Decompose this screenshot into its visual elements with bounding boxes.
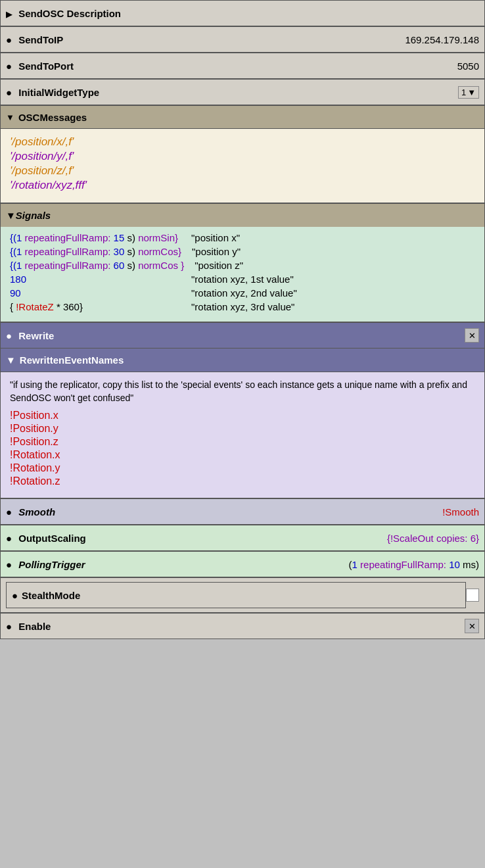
oscmessages-header: ▼ OSCMessages — [0, 105, 485, 129]
triangle-down-icon: ▼ — [6, 112, 14, 122]
sendosc-description-row: ▶ SendOSC Description — [0, 0, 485, 26]
signal-row-5: { !RotateZ * 360} "rotation xyz, 3rd val… — [10, 301, 475, 312]
signal-left-4: 90 — [10, 287, 181, 299]
signal-right-1: "position y" — [192, 246, 241, 257]
osc-msg-1-text: '/position/y/,f' — [10, 150, 74, 162]
smooth-row: ● Smooth !Smooth — [0, 498, 485, 525]
signal-row-0: {(1 repeatingFullRamp: 15 s) normSin} "p… — [10, 232, 475, 243]
signals-header: ▼ Signals — [0, 203, 485, 227]
signal-right-0: "position x" — [191, 232, 240, 243]
triangle-right-icon: ▶ — [6, 10, 12, 19]
rewritten-triangle-icon: ▼ — [6, 354, 16, 366]
dropdown-arrow-icon: ▼ — [467, 87, 476, 97]
signals-title: Signals — [16, 210, 51, 221]
oscmessages-title: OSCMessages — [18, 112, 87, 123]
signal-left-3: 180 — [10, 274, 181, 285]
signals-body: {(1 repeatingFullRamp: 15 s) normSin} "p… — [0, 227, 485, 322]
rewritten-name-5: !Rotation.z — [10, 475, 475, 487]
osc-msg-2-text: '/position/z/,f' — [10, 164, 74, 177]
initialwidgettype-label: ● InitialWidgetType — [6, 87, 458, 98]
initialwidgettype-row: ● InitialWidgetType 1 ▼ — [0, 79, 485, 105]
signals-triangle-icon: ▼ — [6, 210, 16, 221]
osc-msg-2: '/position/z/,f' — [10, 164, 475, 178]
sendtoip-row: ● SendToIP 169.254.179.148 — [0, 26, 485, 53]
rewritten-eventnames-header: ▼ RewrittenEventNames — [0, 349, 485, 372]
osc-msg-0: '/position/x/,f' — [10, 135, 475, 149]
initialwidgettype-dropdown[interactable]: 1 ▼ — [458, 86, 479, 99]
signal-row-3: 180 "rotation xyz, 1st value" — [10, 274, 475, 285]
rewritten-name-1: !Position.y — [10, 423, 475, 435]
signal-right-5: "rotation xyz, 3rd value" — [191, 301, 294, 312]
pollingtrigger-value[interactable]: (1 repeatingFullRamp: 10 ms) — [349, 559, 479, 570]
rewritten-eventnames-title: RewrittenEventNames — [20, 354, 124, 366]
pollingtrigger-row: ● PollingTrigger (1 repeatingFullRamp: 1… — [0, 551, 485, 577]
pollingtrigger-label: ● PollingTrigger — [6, 559, 349, 570]
osc-msg-0-text: '/position/x/,f' — [10, 135, 74, 148]
signal-left-1: {(1 repeatingFullRamp: 30 s) normCos} — [10, 246, 181, 257]
rewrite-close-button[interactable]: ✕ — [465, 328, 479, 343]
rewritten-name-4: !Rotation.y — [10, 462, 475, 474]
signal-right-3: "rotation xyz, 1st value" — [191, 274, 294, 285]
enable-label: ● Enable — [6, 621, 465, 632]
oscmessages-body: '/position/x/,f' '/position/y/,f' '/posi… — [0, 129, 485, 203]
rewritten-eventnames-body: "if using the replicator, copy this list… — [0, 372, 485, 498]
enable-close-button[interactable]: ✕ — [465, 619, 479, 633]
sendtoport-value[interactable]: 5050 — [457, 60, 479, 72]
signal-right-2: "position z" — [195, 260, 243, 271]
osc-msg-3: '/rotation/xyz,fff' — [10, 179, 475, 192]
sendtoport-label: ● SendToPort — [6, 60, 457, 72]
signal-right-4: "rotation xyz, 2nd value" — [191, 287, 297, 299]
rewritten-desc: "if using the replicator, copy this list… — [10, 379, 475, 404]
sendtoip-value[interactable]: 169.254.179.148 — [405, 34, 479, 45]
enable-row: ● Enable ✕ — [0, 613, 485, 639]
smooth-value[interactable]: !Smooth — [442, 506, 479, 518]
rewritten-name-3: !Rotation.x — [10, 449, 475, 461]
rewritten-name-2: !Position.z — [10, 436, 475, 448]
rewritten-name-0: !Position.x — [10, 410, 475, 422]
rewrite-row: ● Rewrite ✕ — [0, 322, 485, 349]
signal-row-4: 90 "rotation xyz, 2nd value" — [10, 287, 475, 299]
stealthmode-row: ● StealthMode — [0, 577, 485, 613]
initialwidgettype-value[interactable]: 1 ▼ — [458, 86, 479, 99]
osc-msg-1: '/position/y/,f' — [10, 150, 475, 163]
signal-left-5: { !RotateZ * 360} — [10, 301, 181, 312]
outputscaling-value[interactable]: {!ScaleOut copies: 6} — [387, 533, 479, 544]
outputscaling-label: ● OutputScaling — [6, 533, 387, 544]
sendtoport-row: ● SendToPort 5050 — [0, 53, 485, 79]
sendtoip-label: ● SendToIP — [6, 34, 405, 45]
smooth-label: ● Smooth — [6, 506, 442, 518]
stealthmode-checkbox[interactable] — [466, 589, 479, 602]
osc-msg-3-text: '/rotation/xyz,fff' — [10, 179, 87, 191]
signal-left-0: {(1 repeatingFullRamp: 15 s) normSin} — [10, 232, 181, 243]
signal-row-2: {(1 repeatingFullRamp: 60 s) normCos } "… — [10, 260, 475, 271]
outputscaling-row: ● OutputScaling {!ScaleOut copies: 6} — [0, 525, 485, 551]
signal-row-1: {(1 repeatingFullRamp: 30 s) normCos} "p… — [10, 246, 475, 257]
stealthmode-label: ● StealthMode — [6, 582, 466, 608]
rewrite-label: ● Rewrite — [6, 330, 465, 341]
sendosc-description-label: ▶ SendOSC Description — [6, 8, 479, 19]
signal-left-2: {(1 repeatingFullRamp: 60 s) normCos } — [10, 260, 184, 271]
